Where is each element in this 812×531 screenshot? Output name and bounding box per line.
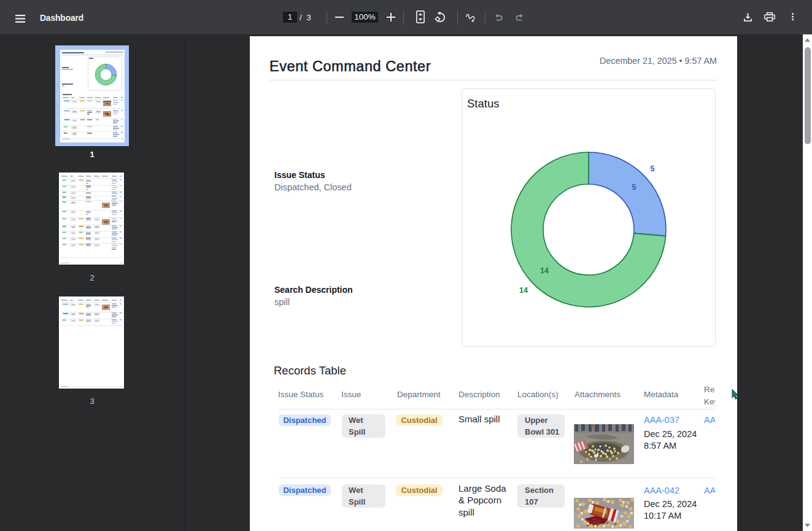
svg-text:5: 5: [651, 165, 655, 173]
svg-text:5: 5: [632, 183, 636, 192]
svg-text:14: 14: [519, 286, 528, 295]
svg-text:14: 14: [540, 266, 549, 275]
